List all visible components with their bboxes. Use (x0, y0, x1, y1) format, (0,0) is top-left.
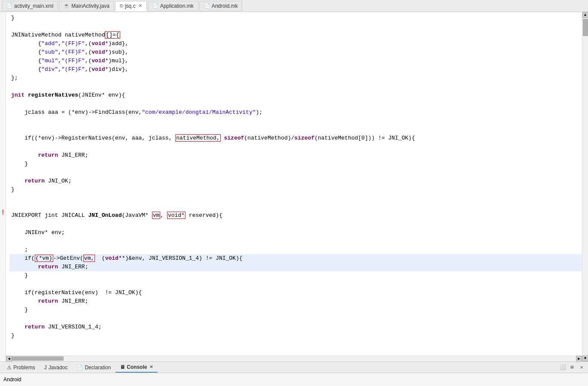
code-line: } (9, 331, 582, 340)
code-line: JNINativeMethod nativeMethod[]={ (9, 31, 582, 40)
code-line: ; (9, 246, 582, 254)
code-line: } (9, 160, 582, 168)
javadoc-icon: J (44, 365, 47, 371)
tab-declaration[interactable]: 📄 Declaration (72, 362, 116, 373)
console-output: Android (3, 377, 21, 383)
minimize-panel-button[interactable]: ⬜ (559, 364, 567, 371)
code-line-highlighted: return JNI_ERR; (9, 263, 582, 271)
code-area: } JNINativeMethod nativeMethod[]={ {"add… (6, 12, 582, 356)
tab-jsq-c[interactable]: © jsq.c ✕ (115, 1, 147, 11)
error-gutter: ❗ (0, 12, 6, 362)
code-line (9, 143, 582, 151)
code-line (9, 100, 582, 108)
code-line: if(registerNative(env) != JNI_OK){ (9, 289, 582, 297)
close-panel-button[interactable]: ✕ (578, 364, 585, 371)
code-line: } (9, 185, 582, 194)
scroll-down-button[interactable]: ▼ (582, 356, 588, 362)
code-line: } (9, 271, 582, 280)
tab-main-activity[interactable]: ☕ MainActivity.java (59, 1, 114, 11)
code-line: JNIEXPORT jint JNICALL JNI_OnLoad(JavaVM… (9, 211, 582, 220)
horizontal-scrollbar[interactable]: ◀ ▶ (6, 356, 582, 362)
code-line (9, 220, 582, 228)
scroll-up-button[interactable]: ▲ (582, 12, 588, 18)
code-line: {"sub","(FF)F",(void*)sub}, (9, 48, 582, 57)
problems-icon: ⚠ (7, 365, 12, 371)
code-line: return JNI_OK; (9, 177, 582, 185)
code-line (9, 280, 582, 289)
code-line (9, 117, 582, 125)
code-line (9, 314, 582, 323)
scroll-left-button[interactable]: ◀ (6, 356, 12, 362)
code-line: return JNI_ERR; (9, 297, 582, 306)
error-marker[interactable]: ❗ (0, 210, 6, 215)
tab-bar: 📄 activity_main.xml ☕ MainActivity.java … (0, 0, 588, 12)
code-line (9, 194, 582, 203)
scrollbar-track[interactable] (12, 356, 576, 362)
code-line: }; (9, 74, 582, 82)
java-icon: ☕ (64, 3, 70, 9)
code-line (9, 237, 582, 246)
code-line (9, 168, 582, 177)
tab-problems[interactable]: ⚠ Problems (3, 362, 40, 373)
code-line: } (9, 14, 582, 22)
code-line: {"div","(FF)F",(void*)div}, (9, 65, 582, 74)
code-line: } (9, 306, 582, 314)
bottom-tab-actions: ⬜ ⊞ ✕ (559, 364, 588, 371)
tab-label: Android.mk (212, 3, 238, 9)
bottom-panel: ⚠ Problems J Javadoc 📄 Declaration 🖥 Con… (0, 362, 588, 386)
code-line: return JNI_VERSION_1_4; (9, 323, 582, 331)
code-line: if((*env)->RegisterNatives(env, aaa, jcl… (9, 134, 582, 143)
bottom-content-area: Android (0, 373, 588, 386)
tab-label: activity_main.xml (14, 3, 53, 9)
mk-icon2: 📄 (204, 3, 210, 9)
code-line: return JNI_ERR; (9, 151, 582, 160)
main-area: ❗ } JNINativeMethod nativeMethod[]={ (0, 12, 588, 362)
code-line (9, 22, 582, 31)
code-line: {"add","(FF)F",(void*)add}, (9, 40, 582, 48)
c-icon: © (120, 3, 123, 9)
editor-container: } JNINativeMethod nativeMethod[]={ {"add… (6, 12, 582, 362)
vertical-scrollbar[interactable]: ▲ ▼ (582, 12, 588, 362)
declaration-icon: 📄 (76, 365, 83, 371)
tab-close-button[interactable]: ✕ (138, 3, 142, 9)
maximize-panel-button[interactable]: ⊞ (568, 364, 576, 371)
scroll-right-button[interactable]: ▶ (576, 356, 582, 362)
mk-icon: 📄 (152, 3, 158, 9)
tab-application-mk[interactable]: 📄 Application.mk (148, 1, 198, 11)
code-line (9, 82, 582, 91)
code-line: jclass aaa = (*env)->FindClass(env,"com/… (9, 108, 582, 117)
bottom-tab-bar: ⚠ Problems J Javadoc 📄 Declaration 🖥 Con… (0, 362, 588, 373)
console-close[interactable]: ✕ (149, 365, 153, 369)
scrollbar-thumb-vertical[interactable] (583, 19, 588, 36)
code-line: JNIEnv* env; (9, 228, 582, 237)
tab-android-mk[interactable]: 📄 Android.mk (199, 1, 243, 11)
tab-label: MainActivity.java (71, 3, 109, 9)
tab-label: jsq.c (125, 3, 136, 9)
xml-icon: 📄 (6, 3, 12, 9)
tab-activity-main[interactable]: 📄 activity_main.xml (2, 1, 58, 11)
tab-console-label: Console (127, 364, 147, 370)
code-line (9, 125, 582, 134)
code-line: {"mul","(FF)F",(void*)mul}, (9, 57, 582, 65)
tab-javadoc[interactable]: J Javadoc (40, 362, 73, 373)
tab-javadoc-label: Javadoc (49, 365, 68, 371)
code-line-highlighted: if((*vm)->GetEnv(vm, (void**)&env, JNI_V… (9, 254, 582, 263)
scrollbar-thumb[interactable] (12, 356, 64, 361)
tab-console[interactable]: 🖥 Console ✕ (116, 362, 158, 373)
console-icon: 🖥 (120, 364, 125, 370)
tab-label: Application.mk (160, 3, 194, 9)
code-line: jnit registerNatives(JNIEnv* env){ (9, 91, 582, 100)
editor-scroll[interactable]: } JNINativeMethod nativeMethod[]={ {"add… (6, 12, 582, 356)
tab-declaration-label: Declaration (85, 365, 111, 371)
code-line (9, 203, 582, 211)
tab-problems-label: Problems (13, 365, 35, 371)
